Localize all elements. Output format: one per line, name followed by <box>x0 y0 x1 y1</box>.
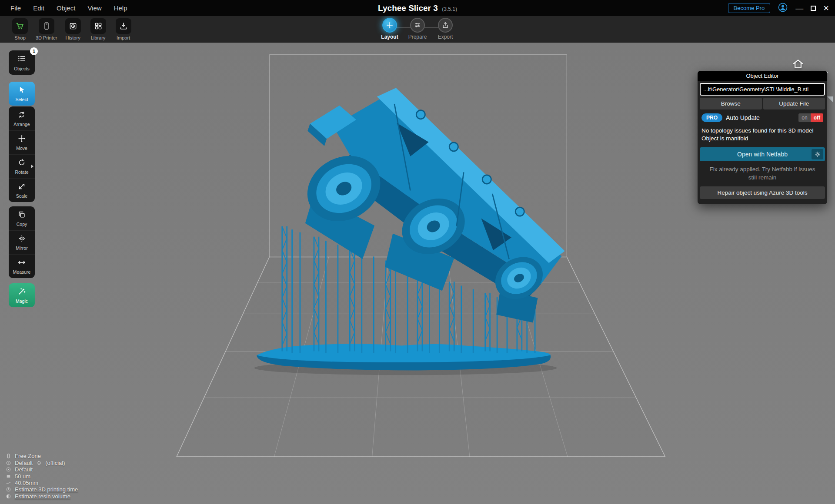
auto-update-label: Auto Update <box>726 114 795 121</box>
time-icon <box>5 487 12 492</box>
tool-arrange-button[interactable]: Arrange <box>9 106 35 130</box>
auto-update-row: PRO Auto Update on off <box>701 113 823 122</box>
objects-count-badge: 1 <box>30 47 38 55</box>
tool-scale-button[interactable]: Scale <box>9 178 35 202</box>
mirror-icon <box>17 234 26 245</box>
open-with-netfabb-button[interactable]: Open with Netfabb <box>700 147 825 161</box>
status-resin-profile: Default (official) <box>5 460 78 466</box>
objects-list-icon <box>17 54 27 65</box>
menu-view[interactable]: View <box>87 4 101 12</box>
tool-group-transform: Arrange Move Rotate <box>9 106 35 202</box>
toolbar-library-button[interactable]: Library <box>89 18 108 40</box>
viewport-corner-arrow[interactable] <box>827 96 833 102</box>
menu-object[interactable]: Object <box>57 4 75 12</box>
status-resin-profile-label: Default <box>15 460 33 466</box>
netfabb-button-label: Open with Netfabb <box>737 151 788 158</box>
tool-magic-button[interactable]: Magic <box>9 283 35 307</box>
maximize-button[interactable] <box>811 6 816 11</box>
cart-icon <box>12 18 28 34</box>
menubar: File Edit Object View Help Lychee Slicer… <box>0 0 835 16</box>
tool-mirror-button[interactable]: Mirror <box>9 230 35 254</box>
tab-prepare[interactable]: Prepare <box>405 18 430 40</box>
toolbar-shop-button[interactable]: Shop <box>10 18 30 40</box>
toggle-on-option[interactable]: on <box>798 113 810 122</box>
select-cursor-icon <box>17 86 26 96</box>
pro-badge: PRO <box>701 113 722 122</box>
topology-line-2: Object is manifold <box>701 135 823 143</box>
move-icon <box>17 134 26 145</box>
menu-list: File Edit Object View Help <box>0 4 127 12</box>
toolbar-shop-label: Shop <box>14 35 26 40</box>
menu-edit[interactable]: Edit <box>33 4 44 12</box>
magic-wand-icon <box>17 287 26 298</box>
status-resin-profile-suffix: (official) <box>45 460 65 466</box>
repair-azure-button[interactable]: Repair object using Azure 3D tools <box>700 186 825 199</box>
top-toolbar: Shop 3D Printer <box>0 16 835 43</box>
tool-measure-button[interactable]: Measure <box>9 254 35 278</box>
status-bar: Free Zone Default (official) Default 50 … <box>5 453 78 500</box>
tool-rotate-button[interactable]: Rotate <box>9 154 35 178</box>
status-resin-default: Default <box>5 466 78 473</box>
close-button[interactable]: × <box>823 3 829 13</box>
toolbar-import-button[interactable]: Import <box>114 18 133 40</box>
status-estimate-volume: Estimate resin volume <box>5 493 78 500</box>
tab-prepare-label: Prepare <box>408 34 427 40</box>
history-icon <box>65 18 81 34</box>
tab-export[interactable]: Export <box>433 18 458 40</box>
tool-select-button[interactable]: Select <box>9 82 35 106</box>
app-title: Lychee Slicer 3 <box>378 3 438 13</box>
tool-copy-button[interactable]: Copy <box>9 206 35 230</box>
measure-icon <box>17 258 26 269</box>
tool-measure-label: Measure <box>13 269 31 275</box>
window-controls: Become Pro — × <box>728 2 829 14</box>
import-icon <box>116 18 131 34</box>
tab-layout-label: Layout <box>381 34 398 40</box>
tool-group-magic: Magic <box>9 283 35 307</box>
toolbar-import-label: Import <box>117 35 130 40</box>
status-estimate-time: Estimate 3D printing time <box>5 486 78 493</box>
netfabb-settings-button[interactable] <box>812 149 823 159</box>
toolbar-library-label: Library <box>91 35 106 40</box>
tab-layout[interactable]: Layout <box>377 18 402 40</box>
objects-panel-button[interactable]: Objects 1 <box>9 50 35 75</box>
tool-select-label: Select <box>15 97 28 102</box>
status-layer-height-label: 50 um <box>15 473 30 480</box>
update-file-button[interactable]: Update File <box>763 98 825 109</box>
rotate-icon <box>17 158 26 169</box>
tool-scale-label: Scale <box>16 193 27 199</box>
toolbar-3d-printer-label: 3D Printer <box>36 35 57 40</box>
object-editor-title: Object Editor <box>698 71 827 81</box>
auto-update-toggle[interactable]: on off <box>798 113 823 122</box>
toolbar-history-label: History <box>65 35 80 40</box>
estimate-resin-volume-link[interactable]: Estimate resin volume <box>15 493 70 500</box>
become-pro-button[interactable]: Become Pro <box>728 3 771 13</box>
user-account-icon[interactable] <box>778 2 788 14</box>
layout-move-icon <box>382 18 397 33</box>
tab-export-label: Export <box>438 34 453 40</box>
tool-group-duplicate: Copy Mirror <box>9 206 35 278</box>
stl-file-path-input[interactable] <box>700 83 825 96</box>
file-actions-row: Browse Update File <box>700 98 825 109</box>
tool-move-button[interactable]: Move <box>9 130 35 154</box>
topology-line-1: No topology issues found for this 3D mod… <box>701 127 823 135</box>
tool-rotate-label: Rotate <box>15 169 29 175</box>
resin-icon <box>5 467 12 472</box>
status-printer-zone-label: Free Zone <box>15 453 41 459</box>
home-view-button[interactable] <box>792 57 805 70</box>
window-title: Lychee Slicer 3 (3.5.1) <box>378 3 457 13</box>
browse-button[interactable]: Browse <box>700 98 762 109</box>
toolbar-history-button[interactable]: History <box>63 18 83 40</box>
menu-file[interactable]: File <box>10 4 21 12</box>
copy-icon <box>17 210 26 221</box>
fix-note-line-1: Fix already applied. Try Netfabb if issu… <box>705 166 820 173</box>
estimate-print-time-link[interactable]: Estimate 3D printing time <box>15 486 78 493</box>
tool-move-label: Move <box>16 146 27 151</box>
toolbar-3d-printer-button[interactable]: 3D Printer <box>36 18 57 40</box>
menu-help[interactable]: Help <box>114 4 127 12</box>
volume-icon <box>5 494 12 499</box>
app-window: File Edit Object View Help Lychee Slicer… <box>0 0 835 504</box>
export-icon <box>438 18 453 33</box>
minimize-button[interactable]: — <box>795 4 803 12</box>
toggle-off-option[interactable]: off <box>811 113 823 122</box>
rotate-expand-arrow-icon[interactable] <box>31 165 33 168</box>
